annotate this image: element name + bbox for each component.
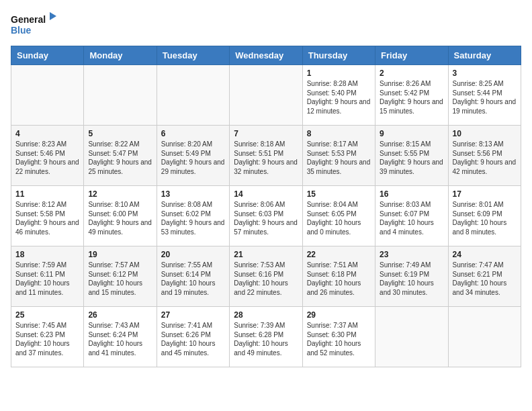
calendar-cell: 21Sunrise: 7:53 AM Sunset: 6:16 PM Dayli… [230, 246, 302, 307]
day-info: Sunrise: 8:18 AM Sunset: 5:51 PM Dayligh… [234, 140, 298, 176]
calendar-cell: 26Sunrise: 7:43 AM Sunset: 6:24 PM Dayli… [84, 307, 157, 367]
col-header-friday: Friday [375, 46, 448, 65]
day-info: Sunrise: 8:06 AM Sunset: 6:03 PM Dayligh… [234, 200, 298, 236]
day-info: Sunrise: 7:37 AM Sunset: 6:30 PM Dayligh… [307, 321, 371, 357]
page-header: General Blue [11, 11, 521, 38]
calendar-cell: 27Sunrise: 7:41 AM Sunset: 6:26 PM Dayli… [157, 307, 229, 367]
col-header-monday: Monday [84, 46, 157, 65]
day-info: Sunrise: 7:57 AM Sunset: 6:12 PM Dayligh… [88, 261, 152, 297]
calendar-week-3: 18Sunrise: 7:59 AM Sunset: 6:11 PM Dayli… [11, 246, 521, 307]
day-number: 12 [88, 189, 152, 199]
day-info: Sunrise: 8:12 AM Sunset: 5:58 PM Dayligh… [15, 200, 79, 236]
day-number: 3 [453, 68, 517, 78]
day-info: Sunrise: 7:47 AM Sunset: 6:21 PM Dayligh… [453, 261, 517, 297]
calendar-cell: 20Sunrise: 7:55 AM Sunset: 6:14 PM Dayli… [157, 246, 229, 307]
calendar-cell: 24Sunrise: 7:47 AM Sunset: 6:21 PM Dayli… [448, 246, 521, 307]
calendar-cell: 1Sunrise: 8:28 AM Sunset: 5:40 PM Daylig… [302, 65, 375, 126]
calendar-week-0: 1Sunrise: 8:28 AM Sunset: 5:40 PM Daylig… [11, 65, 521, 126]
day-info: Sunrise: 8:15 AM Sunset: 5:55 PM Dayligh… [380, 140, 443, 176]
calendar-cell: 6Sunrise: 8:20 AM Sunset: 5:49 PM Daylig… [157, 126, 229, 186]
day-info: Sunrise: 8:25 AM Sunset: 5:44 PM Dayligh… [453, 79, 517, 116]
day-number: 13 [161, 189, 225, 199]
calendar-cell [157, 65, 229, 126]
day-number: 11 [15, 189, 79, 199]
calendar-cell [448, 307, 521, 367]
day-number: 28 [234, 310, 298, 320]
day-number: 15 [307, 189, 371, 199]
calendar-cell: 17Sunrise: 8:01 AM Sunset: 6:09 PM Dayli… [448, 186, 521, 246]
logo: General Blue [11, 11, 58, 38]
day-info: Sunrise: 7:41 AM Sunset: 6:26 PM Dayligh… [161, 321, 225, 357]
calendar-week-4: 25Sunrise: 7:45 AM Sunset: 6:23 PM Dayli… [11, 307, 521, 367]
day-number: 27 [161, 310, 225, 320]
day-info: Sunrise: 7:45 AM Sunset: 6:23 PM Dayligh… [15, 321, 79, 357]
calendar-cell: 14Sunrise: 8:06 AM Sunset: 6:03 PM Dayli… [230, 186, 302, 246]
day-info: Sunrise: 8:08 AM Sunset: 6:02 PM Dayligh… [161, 200, 225, 236]
day-info: Sunrise: 7:39 AM Sunset: 6:28 PM Dayligh… [234, 321, 298, 357]
day-number: 26 [88, 310, 152, 320]
calendar-cell: 10Sunrise: 8:13 AM Sunset: 5:56 PM Dayli… [448, 126, 521, 186]
day-number: 10 [453, 129, 517, 138]
calendar-cell [375, 307, 448, 367]
svg-marker-2 [50, 12, 56, 20]
day-number: 19 [88, 250, 152, 259]
day-number: 17 [453, 189, 517, 199]
calendar-table: SundayMondayTuesdayWednesdayThursdayFrid… [11, 46, 521, 367]
day-number: 24 [453, 250, 517, 259]
calendar-cell: 15Sunrise: 8:04 AM Sunset: 6:05 PM Dayli… [302, 186, 375, 246]
calendar-cell [84, 65, 157, 126]
calendar-cell: 8Sunrise: 8:17 AM Sunset: 5:53 PM Daylig… [302, 126, 375, 186]
day-info: Sunrise: 7:51 AM Sunset: 6:18 PM Dayligh… [307, 261, 371, 297]
day-number: 18 [15, 250, 79, 259]
day-number: 6 [161, 129, 225, 138]
day-number: 7 [234, 129, 298, 138]
day-info: Sunrise: 8:23 AM Sunset: 5:46 PM Dayligh… [15, 140, 79, 176]
col-header-sunday: Sunday [11, 46, 84, 65]
day-number: 5 [88, 129, 152, 138]
day-info: Sunrise: 7:59 AM Sunset: 6:11 PM Dayligh… [15, 261, 79, 297]
day-number: 16 [380, 189, 443, 199]
day-number: 20 [161, 250, 225, 259]
day-number: 25 [15, 310, 79, 320]
calendar-cell [11, 65, 84, 126]
day-info: Sunrise: 8:01 AM Sunset: 6:09 PM Dayligh… [453, 200, 517, 236]
day-info: Sunrise: 7:53 AM Sunset: 6:16 PM Dayligh… [234, 261, 298, 297]
col-header-saturday: Saturday [448, 46, 521, 65]
day-info: Sunrise: 8:20 AM Sunset: 5:49 PM Dayligh… [161, 140, 225, 176]
day-info: Sunrise: 8:03 AM Sunset: 6:07 PM Dayligh… [380, 200, 443, 236]
day-info: Sunrise: 8:04 AM Sunset: 6:05 PM Dayligh… [307, 200, 371, 236]
svg-text:Blue: Blue [11, 25, 32, 36]
calendar-cell [230, 65, 302, 126]
svg-text:General: General [11, 14, 46, 25]
calendar-week-1: 4Sunrise: 8:23 AM Sunset: 5:46 PM Daylig… [11, 126, 521, 186]
calendar-cell: 5Sunrise: 8:22 AM Sunset: 5:47 PM Daylig… [84, 126, 157, 186]
col-header-thursday: Thursday [302, 46, 375, 65]
calendar-cell: 7Sunrise: 8:18 AM Sunset: 5:51 PM Daylig… [230, 126, 302, 186]
day-info: Sunrise: 7:43 AM Sunset: 6:24 PM Dayligh… [88, 321, 152, 357]
calendar-cell: 22Sunrise: 7:51 AM Sunset: 6:18 PM Dayli… [302, 246, 375, 307]
day-number: 2 [380, 68, 443, 78]
day-info: Sunrise: 7:49 AM Sunset: 6:19 PM Dayligh… [380, 261, 443, 297]
day-info: Sunrise: 7:55 AM Sunset: 6:14 PM Dayligh… [161, 261, 225, 297]
calendar-cell: 4Sunrise: 8:23 AM Sunset: 5:46 PM Daylig… [11, 126, 84, 186]
calendar-cell: 19Sunrise: 7:57 AM Sunset: 6:12 PM Dayli… [84, 246, 157, 307]
col-header-wednesday: Wednesday [230, 46, 302, 65]
calendar-cell: 28Sunrise: 7:39 AM Sunset: 6:28 PM Dayli… [230, 307, 302, 367]
calendar-cell: 23Sunrise: 7:49 AM Sunset: 6:19 PM Dayli… [375, 246, 448, 307]
day-number: 14 [234, 189, 298, 199]
calendar-cell: 18Sunrise: 7:59 AM Sunset: 6:11 PM Dayli… [11, 246, 84, 307]
calendar-cell: 29Sunrise: 7:37 AM Sunset: 6:30 PM Dayli… [302, 307, 375, 367]
calendar-cell: 3Sunrise: 8:25 AM Sunset: 5:44 PM Daylig… [448, 65, 521, 126]
day-info: Sunrise: 8:10 AM Sunset: 6:00 PM Dayligh… [88, 200, 152, 236]
day-number: 23 [380, 250, 443, 259]
day-number: 29 [307, 310, 371, 320]
col-header-tuesday: Tuesday [157, 46, 229, 65]
day-info: Sunrise: 8:13 AM Sunset: 5:56 PM Dayligh… [453, 140, 517, 176]
day-info: Sunrise: 8:17 AM Sunset: 5:53 PM Dayligh… [307, 140, 371, 176]
calendar-cell: 25Sunrise: 7:45 AM Sunset: 6:23 PM Dayli… [11, 307, 84, 367]
day-number: 21 [234, 250, 298, 259]
day-info: Sunrise: 8:26 AM Sunset: 5:42 PM Dayligh… [380, 79, 443, 116]
day-number: 9 [380, 129, 443, 138]
calendar-cell: 9Sunrise: 8:15 AM Sunset: 5:55 PM Daylig… [375, 126, 448, 186]
day-info: Sunrise: 8:22 AM Sunset: 5:47 PM Dayligh… [88, 140, 152, 176]
